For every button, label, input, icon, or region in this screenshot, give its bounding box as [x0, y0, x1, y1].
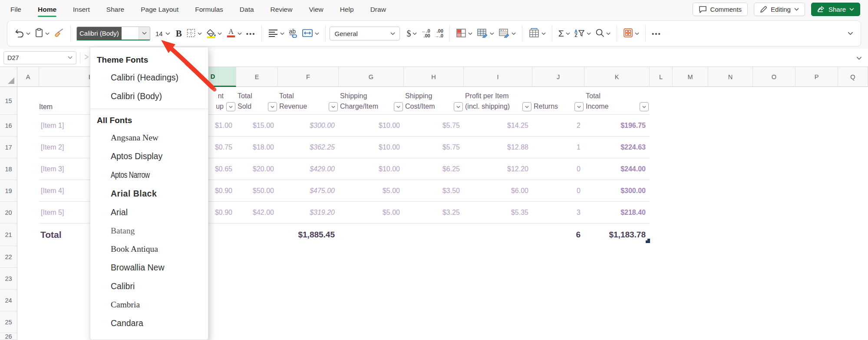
- column-header-O[interactable]: O: [753, 67, 795, 87]
- more-font-options-button[interactable]: •••: [244, 28, 258, 40]
- fill-color-button[interactable]: [204, 27, 224, 40]
- menu-tab-share[interactable]: Share: [106, 1, 125, 17]
- cell-J18[interactable]: 0: [532, 158, 584, 180]
- filter-dropdown-button[interactable]: [522, 102, 531, 111]
- find-button[interactable]: [593, 26, 613, 41]
- menu-tab-formulas[interactable]: Formulas: [194, 1, 224, 17]
- number-format-combobox[interactable]: General: [330, 27, 400, 40]
- cell-H16[interactable]: $5.75: [404, 115, 464, 137]
- wrap-text-button[interactable]: ab: [287, 27, 300, 40]
- menu-tab-insert[interactable]: Insert: [72, 1, 91, 17]
- row-header-21[interactable]: 21: [0, 223, 17, 246]
- insert-table-button[interactable]: [526, 26, 548, 41]
- cell-E18[interactable]: $20.00: [236, 158, 278, 180]
- expand-formula-bar-button[interactable]: [856, 54, 862, 62]
- row-header-25[interactable]: 25: [0, 311, 17, 333]
- cell-I17[interactable]: $12.88: [464, 137, 532, 158]
- cell-G16[interactable]: $10.00: [339, 115, 404, 137]
- alignment-button[interactable]: [266, 27, 287, 41]
- sort-filter-button[interactable]: AZ: [572, 27, 593, 40]
- undo-button[interactable]: [13, 27, 33, 41]
- font-color-button[interactable]: A: [224, 26, 244, 41]
- font-option-angsana-new[interactable]: Angsana New: [90, 129, 208, 147]
- font-option-browallia-new[interactable]: Browallia New: [90, 258, 208, 277]
- column-header-E[interactable]: E: [236, 67, 278, 87]
- column-header-J[interactable]: J: [532, 67, 584, 87]
- currency-format-button[interactable]: $: [404, 27, 419, 41]
- cell-H15-column-header[interactable]: Shipping Cost/Item: [404, 87, 464, 115]
- cell-F16[interactable]: $300.00: [278, 115, 339, 137]
- font-option-calibri-headings-[interactable]: Calibri (Headings): [90, 68, 208, 87]
- font-size-combobox[interactable]: 14: [152, 28, 174, 39]
- font-option-calibri[interactable]: Calibri: [90, 277, 208, 296]
- column-header-L[interactable]: L: [650, 67, 673, 87]
- cell-I19[interactable]: $6.00: [464, 180, 532, 202]
- menu-tab-draw[interactable]: Draw: [370, 1, 387, 17]
- row-header-23[interactable]: 23: [0, 268, 17, 290]
- select-all-corner[interactable]: [0, 67, 17, 87]
- cell-H18[interactable]: $6.25: [404, 158, 464, 180]
- menu-tab-home[interactable]: Home: [37, 1, 57, 17]
- filter-dropdown-button[interactable]: [454, 102, 463, 111]
- format-painter-button[interactable]: [52, 26, 66, 41]
- cell-K20[interactable]: $218.40: [584, 202, 650, 223]
- menu-tab-data[interactable]: Data: [239, 1, 255, 17]
- cell-J20[interactable]: 3: [532, 202, 584, 223]
- cell-F19[interactable]: $475.00: [278, 180, 339, 202]
- share-button[interactable]: Share: [811, 3, 860, 16]
- cell-K19[interactable]: $300.00: [584, 180, 650, 202]
- autosum-button[interactable]: Σ: [556, 26, 572, 41]
- font-option-arial-black[interactable]: Arial Black: [90, 184, 208, 203]
- column-header-Q[interactable]: Q: [838, 67, 868, 87]
- filter-dropdown-button[interactable]: [329, 102, 338, 111]
- column-header-I[interactable]: I: [464, 67, 532, 87]
- cell-E16[interactable]: $15.00: [236, 115, 278, 137]
- cell-E15-column-header[interactable]: Total Sold: [236, 87, 278, 115]
- menu-tab-file[interactable]: File: [10, 1, 22, 17]
- row-header-20[interactable]: 20: [0, 202, 17, 223]
- comments-button[interactable]: Comments: [693, 3, 748, 16]
- format-as-table-button[interactable]: [475, 26, 496, 41]
- menu-tab-page-layout[interactable]: Page Layout: [140, 1, 179, 17]
- font-option-cambria[interactable]: Cambria: [90, 296, 208, 314]
- editing-mode-button[interactable]: Editing: [754, 3, 805, 16]
- cell-G15-column-header[interactable]: Shipping Charge/Item: [339, 87, 404, 115]
- cell-J19[interactable]: 0: [532, 180, 584, 202]
- column-header-H[interactable]: H: [404, 67, 464, 87]
- font-option-book-antiqua[interactable]: Book Antiqua: [90, 240, 208, 258]
- cell-I16[interactable]: $14.25: [464, 115, 532, 137]
- ribbon-collapse-button[interactable]: [845, 30, 855, 37]
- cell-styles-button[interactable]: [496, 26, 518, 41]
- menu-tab-review[interactable]: Review: [270, 1, 294, 17]
- name-box[interactable]: D27: [3, 51, 76, 64]
- menu-tab-view[interactable]: View: [308, 1, 324, 17]
- font-option-candara[interactable]: Candara: [90, 314, 208, 333]
- column-header-P[interactable]: P: [795, 67, 838, 87]
- cell-I15-column-header[interactable]: Profit per Item (incl. shipping): [464, 87, 532, 115]
- column-header-N[interactable]: N: [708, 67, 753, 87]
- cell-H17[interactable]: $5.75: [404, 137, 464, 158]
- filter-dropdown-button[interactable]: [640, 102, 649, 111]
- cell-J15-column-header[interactable]: Returns: [532, 87, 584, 115]
- font-name-combobox[interactable]: Calibri (Body): [76, 27, 150, 40]
- filter-dropdown-button[interactable]: [574, 102, 584, 111]
- row-header-17[interactable]: 17: [0, 137, 17, 158]
- font-option-aptos-display[interactable]: Aptos Display: [90, 147, 208, 166]
- column-header-G[interactable]: G: [339, 67, 404, 87]
- cell-J21-total-returns[interactable]: 6: [532, 223, 584, 246]
- cell-I20[interactable]: $5.35: [464, 202, 532, 223]
- row-header-15[interactable]: 15: [0, 87, 17, 115]
- cell-H20[interactable]: $3.25: [404, 202, 464, 223]
- increase-decimal-button[interactable]: .00 →.0: [432, 27, 446, 40]
- font-option-calibri-body-[interactable]: Calibri (Body): [90, 87, 208, 106]
- cell-G17[interactable]: $10.00: [339, 137, 404, 158]
- row-header-16[interactable]: 16: [0, 115, 17, 137]
- column-header-K[interactable]: K: [584, 67, 650, 87]
- cell-E17[interactable]: $18.00: [236, 137, 278, 158]
- cell-G18[interactable]: $10.00: [339, 158, 404, 180]
- font-option-batang[interactable]: Batang: [90, 222, 208, 240]
- font-option-aptos-narrow[interactable]: Aptos Narrow: [94, 166, 188, 184]
- cell-K15-column-header[interactable]: Total Income: [584, 87, 650, 115]
- borders-button[interactable]: [184, 26, 204, 41]
- font-name-dropdown-button[interactable]: [139, 27, 150, 40]
